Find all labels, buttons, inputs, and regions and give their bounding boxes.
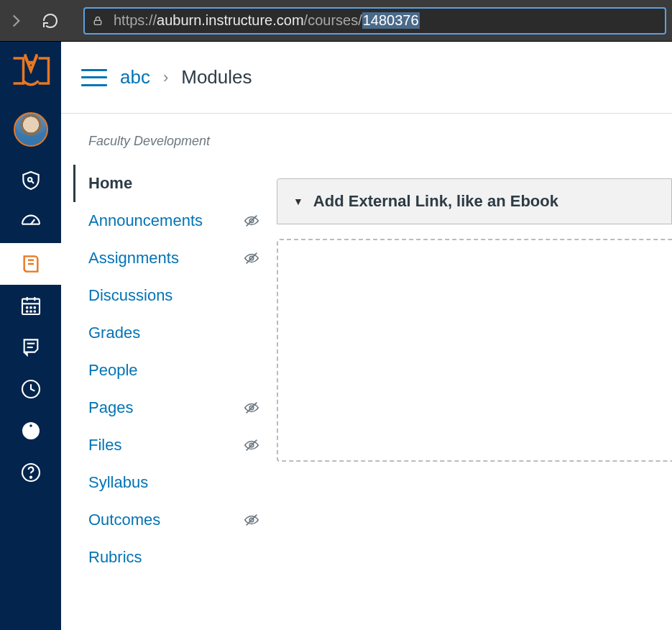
course-nav-link[interactable]: Outcomes [88,511,160,529]
course-nav-link[interactable]: Announcements [88,211,203,230]
course-nav-item-pages[interactable]: Pages [83,389,268,426]
app-frame: abc › Modules Faculty Development Home A… [0,42,672,630]
breadcrumb-current: Modules [181,66,252,88]
url-path: /courses/ [304,12,362,29]
url-text: https://auburn.instructure.com/courses/1… [114,12,420,29]
course-nav-link[interactable]: Assignments [88,249,179,268]
lock-icon [92,15,103,27]
main-area: abc › Modules Faculty Development Home A… [61,42,672,630]
module-title: Add External Link, like an Ebook [313,192,558,211]
course-nav-item-announcements[interactable]: Announcements [83,202,268,239]
nav-calendar[interactable] [0,285,61,327]
course-nav-link[interactable]: Pages [88,398,133,417]
module-header[interactable]: ▼ Add External Link, like an Ebook [277,178,672,224]
course-nav-item-grades[interactable]: Grades [83,314,268,352]
svg-point-13 [34,311,35,312]
hidden-icon [242,400,261,416]
module-drop-zone[interactable] [277,239,672,462]
course-nav-item-rubrics[interactable]: Rubrics [83,539,268,576]
nav-inbox[interactable] [0,327,61,368]
course-nav-link[interactable]: Home [88,174,132,193]
course-nav-item-files[interactable]: Files [83,426,268,464]
course-nav-item-syllabus[interactable]: Syllabus [83,464,268,501]
course-nav: Faculty Development Home Announcements A… [61,114,277,630]
hidden-icon [242,512,261,528]
hidden-icon [242,250,261,266]
nav-help[interactable] [0,452,61,493]
course-nav-link[interactable]: Files [88,436,121,455]
svg-point-1 [28,178,32,181]
breadcrumb-separator: › [163,68,168,87]
course-nav-item-people[interactable]: People [83,352,268,389]
course-nav-link[interactable]: Grades [88,324,140,342]
breadcrumb-bar: abc › Modules [61,42,672,114]
course-nav-item-assignments[interactable]: Assignments [83,239,268,277]
svg-point-11 [26,311,27,312]
course-nav-item-home[interactable]: Home [73,165,268,202]
course-nav-list: Home Announcements Assignments Discussio… [83,165,268,576]
address-bar[interactable]: https://auburn.instructure.com/courses/1… [83,7,666,35]
nav-commons[interactable] [0,410,61,452]
course-nav-link[interactable]: Discussions [88,286,172,305]
svg-point-8 [26,307,27,309]
hidden-icon [242,213,261,229]
svg-point-9 [30,307,32,309]
account-avatar[interactable] [14,112,48,147]
svg-point-10 [34,307,35,309]
nav-history[interactable] [0,368,61,410]
browser-toolbar: https://auburn.instructure.com/courses/1… [0,0,672,42]
term-label: Faculty Development [88,134,268,149]
nav-courses[interactable] [0,243,61,285]
forward-button[interactable] [6,11,26,31]
collapse-toggle-icon[interactable]: ▼ [293,196,303,207]
refresh-button[interactable] [40,11,60,31]
course-nav-toggle[interactable] [81,69,107,86]
course-nav-link[interactable]: Rubrics [88,548,142,567]
institution-logo[interactable] [0,42,61,105]
course-nav-item-discussions[interactable]: Discussions [83,277,268,314]
course-nav-item-outcomes[interactable]: Outcomes [83,501,268,539]
url-selected-segment: 1480376 [362,12,420,29]
url-host: auburn.instructure.com [157,12,304,29]
svg-point-12 [30,311,32,312]
hidden-icon [242,437,261,453]
nav-dashboard[interactable] [0,201,61,243]
svg-point-18 [29,477,31,478]
content-row: Faculty Development Home Announcements A… [61,114,672,630]
course-nav-link[interactable]: People [88,361,138,380]
course-nav-link[interactable]: Syllabus [88,473,148,492]
modules-panel: ▼ Add External Link, like an Ebook [277,114,672,630]
url-prefix: https:// [114,12,157,29]
nav-admin[interactable] [0,160,61,201]
global-nav [0,42,61,630]
breadcrumb-course-link[interactable]: abc [120,66,150,88]
svg-rect-0 [94,20,101,24]
